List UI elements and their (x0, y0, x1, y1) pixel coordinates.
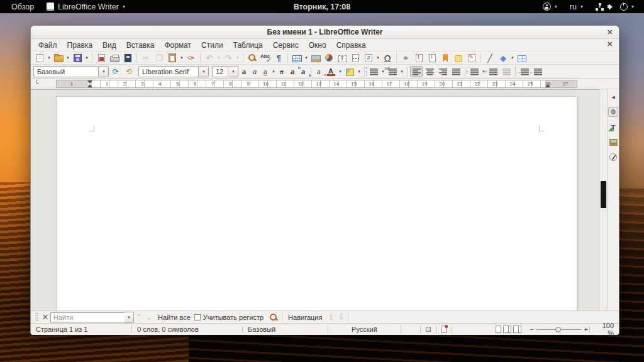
find-previous-button[interactable]: ⌃ (134, 312, 144, 323)
single-page-view-button[interactable] (496, 326, 501, 333)
font-size-combo[interactable]: 12 (212, 66, 228, 77)
numbered-list-button[interactable] (386, 66, 399, 77)
redo-dropdown[interactable]: ▾ (235, 52, 240, 63)
find-history-dropdown[interactable]: ▾ (125, 312, 134, 323)
font-color-button[interactable]: A (325, 66, 337, 77)
cut-button[interactable]: ✂ (140, 52, 152, 63)
font-name-combo[interactable]: Liberation Serif (138, 66, 199, 77)
navigate-next-button[interactable]: ⇩ (336, 312, 346, 323)
scrollbar-thumb[interactable] (601, 181, 606, 208)
new-document-dropdown[interactable]: ▾ (47, 52, 52, 63)
menu-table[interactable]: Таблица (228, 40, 268, 51)
zoom-percentage[interactable]: 100 % (590, 324, 619, 335)
insert-field-button[interactable]: # (362, 52, 375, 63)
find-input[interactable] (50, 312, 125, 322)
insert-line-button[interactable]: ╱ (484, 52, 496, 63)
strikethrough-button[interactable]: a (277, 66, 287, 77)
sidebar-properties-icon[interactable]: ⚙ (608, 107, 618, 117)
insert-comment-button[interactable] (452, 52, 465, 63)
decrease-indent-button[interactable]: ← (531, 66, 544, 77)
highlight-color-button[interactable] (343, 66, 356, 77)
highlight-color-dropdown[interactable]: ▾ (357, 66, 362, 77)
page-break-button[interactable] (349, 52, 362, 63)
align-center-button[interactable] (423, 66, 436, 77)
basic-shapes-dropdown[interactable]: ▾ (510, 52, 515, 63)
sidebar-navigator-icon[interactable] (608, 152, 618, 162)
sidebar-gallery-icon[interactable] (608, 137, 618, 147)
close-find-bar-button[interactable]: ✕ (40, 312, 50, 323)
insert-table-dropdown[interactable]: ▾ (304, 52, 309, 63)
bookmark-button[interactable] (439, 52, 452, 63)
zoom-out-button[interactable]: − (530, 326, 533, 333)
show-draw-functions-button[interactable] (516, 52, 528, 63)
accessibility-menu[interactable]: ▾ (538, 0, 562, 13)
find-all-button[interactable]: Найти все (154, 313, 194, 322)
left-indent-marker[interactable] (87, 82, 92, 87)
bullet-list-button[interactable] (367, 66, 380, 77)
copy-button[interactable]: ❐ (153, 52, 165, 63)
clone-formatting-button[interactable]: ✑ (185, 52, 197, 63)
word-count-status[interactable]: 0 слов, 0 символов (132, 324, 242, 335)
book-view-button[interactable] (513, 326, 519, 333)
italic-button[interactable]: a (250, 66, 260, 77)
subscript-button[interactable]: a (298, 66, 308, 77)
insert-field-dropdown[interactable]: ▾ (375, 52, 380, 63)
find-replace-button[interactable] (246, 52, 258, 63)
menu-window[interactable]: Окно (304, 40, 331, 51)
menu-help[interactable]: Справка (331, 40, 371, 51)
decrease-paragraph-spacing-button[interactable]: ↓ (500, 66, 513, 77)
workspace[interactable] (31, 89, 599, 310)
toolbar-grip[interactable] (35, 313, 38, 322)
underline-button[interactable]: a (260, 66, 270, 77)
formatting-marks-button[interactable]: ¶ (272, 52, 285, 63)
save-dropdown[interactable]: ▾ (84, 52, 89, 63)
print-button[interactable] (108, 52, 121, 63)
menu-view[interactable]: Вид (97, 40, 121, 51)
zoom-in-button[interactable]: + (584, 326, 588, 333)
new-document-button[interactable] (33, 52, 46, 63)
redo-button[interactable]: ↷ (222, 52, 235, 63)
align-left-button[interactable] (410, 66, 423, 77)
document-close-button[interactable]: ✕ (604, 39, 615, 50)
titlebar[interactable]: Без имени 1 - LibreOffice Writer ✕ (31, 26, 619, 39)
paragraph-style-combo[interactable]: Базовый (33, 66, 99, 77)
underline-dropdown[interactable]: ▾ (271, 66, 276, 77)
page-style-status[interactable]: Базовый (243, 324, 328, 335)
print-preview-button[interactable] (121, 52, 134, 63)
keyboard-layout-menu[interactable]: ru ▾ (565, 0, 588, 13)
multi-page-view-button[interactable] (503, 326, 509, 333)
menu-file[interactable]: Файл (33, 40, 62, 51)
tab-stop-selector[interactable]: └ (35, 80, 38, 86)
ruler-band[interactable]: 1234567891011121314151617181920212223242… (56, 80, 577, 88)
update-style-button[interactable]: ⟳ (109, 66, 122, 77)
menu-format[interactable]: Формат (159, 40, 196, 51)
navigate-previous-button[interactable]: ⇧ (326, 312, 336, 323)
footnote-button[interactable] (413, 52, 425, 63)
window-close-button[interactable]: ✕ (604, 27, 615, 38)
insert-chart-button[interactable] (323, 52, 335, 63)
bold-button[interactable]: a (239, 66, 249, 77)
menu-edit[interactable]: Правка (62, 40, 98, 51)
numbered-list-dropdown[interactable]: ▾ (399, 66, 404, 77)
open-button[interactable] (52, 52, 65, 63)
hyperlink-button[interactable]: ⚭ (399, 52, 412, 63)
activities-button[interactable]: Обзор (6, 0, 39, 13)
insert-table-button[interactable] (291, 52, 303, 63)
paste-dropdown[interactable]: ▾ (179, 52, 184, 63)
insert-textbox-button[interactable]: T (336, 52, 348, 63)
superscript-button[interactable]: a (287, 66, 297, 77)
insert-image-button[interactable] (309, 52, 322, 63)
special-character-button[interactable]: Ω (381, 52, 394, 63)
system-status-menu[interactable]: ▾ (591, 0, 639, 13)
selection-mode-status[interactable] (421, 324, 436, 335)
font-color-dropdown[interactable]: ▾ (338, 66, 343, 77)
font-size-dropdown[interactable]: ▾ (229, 66, 238, 77)
track-changes-button[interactable] (465, 52, 478, 63)
vertical-scrollbar[interactable] (599, 89, 608, 310)
paragraph-style-dropdown[interactable]: ▾ (99, 66, 109, 77)
menu-tools[interactable]: Сервис (268, 40, 304, 51)
language-status[interactable]: Русский (328, 324, 401, 335)
undo-button[interactable]: ↶ (203, 52, 216, 63)
justify-button[interactable] (450, 66, 462, 77)
zoom-slider-knob[interactable] (555, 327, 561, 332)
